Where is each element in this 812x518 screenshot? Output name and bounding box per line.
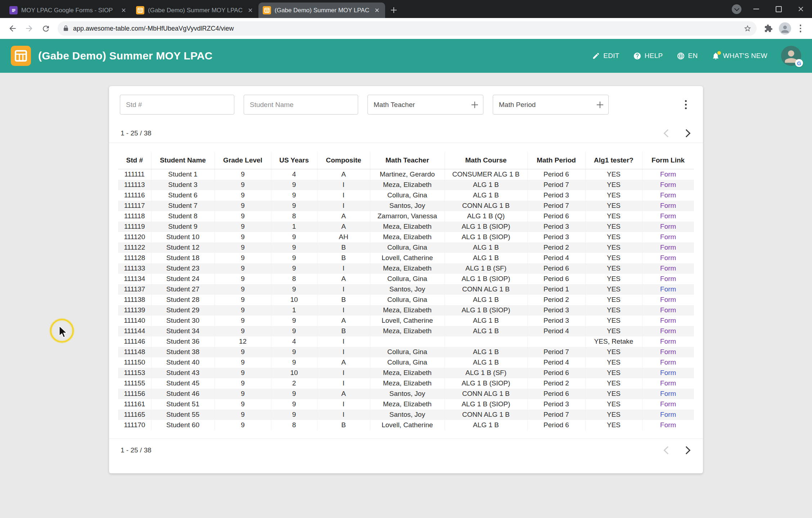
form-link[interactable]: Form — [660, 327, 676, 335]
cell-grade: 9 — [215, 357, 271, 368]
cell-composite: A — [317, 211, 370, 222]
cell-composite: B — [317, 420, 370, 430]
cell-name: Student 38 — [151, 347, 215, 357]
cell-name: Student 51 — [151, 399, 215, 410]
cell-std: 111138 — [118, 295, 151, 305]
help-button[interactable]: HELP — [633, 52, 663, 60]
tab-close-icon[interactable] — [373, 6, 381, 14]
form-link[interactable]: Form — [660, 411, 676, 418]
form-link[interactable]: Form — [660, 244, 676, 251]
browser-menu-icon[interactable] — [793, 21, 808, 36]
pagination-next-button[interactable] — [679, 126, 694, 140]
reload-button[interactable] — [37, 20, 54, 37]
form-link[interactable]: Form — [660, 285, 676, 293]
pagination-next-button[interactable] — [679, 443, 694, 457]
extensions-icon[interactable] — [760, 20, 777, 37]
tab-close-icon[interactable] — [119, 6, 127, 14]
form-link[interactable]: Form — [660, 338, 676, 345]
cell-grade: 9 — [215, 347, 271, 357]
student-name-input[interactable] — [244, 95, 358, 115]
cell-composite: B — [317, 295, 370, 305]
form-link[interactable]: Form — [660, 181, 676, 188]
pencil-icon — [592, 52, 600, 60]
form-link[interactable]: Form — [660, 275, 676, 282]
math-period-filter[interactable]: Math Period — [493, 95, 609, 115]
tab-close-icon[interactable] — [246, 6, 254, 14]
header-menu: EDIT HELP EN WHAT'S NEW G — [592, 46, 801, 66]
new-tab-button[interactable] — [387, 4, 401, 17]
card-menu-icon[interactable] — [679, 97, 692, 113]
cell-alg1: YES, Retake — [585, 336, 642, 347]
std-number-input[interactable] — [120, 95, 234, 115]
browser-tab-3-active[interactable]: (Gabe Demo) Summer MOY LPAC — [258, 3, 385, 18]
table-row: 111122Student 1299BCollura, GinaALG 1 BP… — [118, 242, 694, 253]
browser-profile-avatar[interactable] — [779, 22, 791, 35]
url-bar[interactable]: app.awesome-table.com/-MbHfUbeaVgVyvdlRZ… — [58, 21, 757, 36]
browser-tab-2[interactable]: (Gabe Demo) Summer MOY LPAC — [132, 3, 258, 18]
chevron-right-icon — [682, 129, 691, 138]
math-teacher-filter[interactable]: Math Teacher — [367, 95, 483, 115]
table-row: 111155Student 4592IMeza, ElizabethALG 1 … — [118, 378, 694, 389]
cell-name: Student 10 — [151, 232, 215, 242]
cell-alg1: YES — [585, 305, 642, 316]
cell-period: Period 6 — [527, 420, 585, 430]
column-header-course: Math Course — [445, 152, 527, 169]
cell-composite: B — [317, 326, 370, 336]
forward-button[interactable] — [21, 20, 37, 37]
cell-period — [527, 336, 585, 347]
tab-search-icon[interactable] — [732, 4, 741, 14]
pagination-prev-button[interactable] — [660, 443, 675, 457]
cell-alg1: YES — [585, 169, 642, 180]
cell-grade: 9 — [215, 232, 271, 242]
cell-us_years: 1 — [271, 305, 317, 316]
close-button[interactable] — [790, 0, 812, 18]
google-badge: G — [795, 59, 803, 67]
form-link[interactable]: Form — [660, 223, 676, 230]
form-link[interactable]: Form — [660, 379, 676, 387]
form-link[interactable]: Form — [660, 212, 676, 220]
form-link[interactable]: Form — [660, 358, 676, 366]
cell-teacher: Santos, Joy — [370, 201, 445, 211]
form-link[interactable]: Form — [660, 254, 676, 262]
cell-name: Student 29 — [151, 305, 215, 316]
cell-name: Student 45 — [151, 378, 215, 389]
bookmark-star-icon[interactable] — [744, 24, 752, 32]
language-label: EN — [688, 52, 698, 60]
cell-alg1: YES — [585, 357, 642, 368]
pagination-prev-button[interactable] — [660, 126, 675, 140]
cell-std: 111161 — [118, 399, 151, 410]
form-link[interactable]: Form — [660, 369, 676, 376]
form-link[interactable]: Form — [660, 170, 676, 178]
form-link[interactable]: Form — [660, 421, 676, 429]
maximize-button[interactable] — [767, 0, 790, 18]
minimize-button[interactable] — [745, 0, 767, 18]
cell-std: 111148 — [118, 347, 151, 357]
form-link[interactable]: Form — [660, 348, 676, 356]
form-link[interactable]: Form — [660, 191, 676, 199]
form-link[interactable]: Form — [660, 233, 676, 241]
cell-alg1: YES — [585, 410, 642, 420]
form-link[interactable]: Form — [660, 390, 676, 397]
form-link[interactable]: Form — [660, 306, 676, 314]
cell-name: Student 12 — [151, 242, 215, 253]
whats-new-button[interactable]: WHAT'S NEW — [712, 52, 767, 60]
account-avatar[interactable]: G — [781, 46, 801, 66]
cell-teacher: Meza, Elizabeth — [370, 399, 445, 410]
cell-composite: I — [317, 347, 370, 357]
form-link[interactable]: Form — [660, 317, 676, 324]
form-link[interactable]: Form — [660, 202, 676, 209]
cell-form: Form — [642, 347, 694, 357]
form-link[interactable]: Form — [660, 400, 676, 408]
language-button[interactable]: EN — [677, 52, 698, 60]
edit-button[interactable]: EDIT — [592, 52, 619, 60]
browser-tab-1[interactable]: MOY LPAC Google Forms - SIOP — [5, 3, 132, 18]
lock-icon — [63, 25, 69, 32]
back-button[interactable] — [4, 20, 21, 37]
cell-grade: 9 — [215, 389, 271, 399]
cell-period: Period 2 — [527, 295, 585, 305]
cell-name: Student 30 — [151, 316, 215, 326]
cell-period: Period 6 — [527, 263, 585, 274]
form-link[interactable]: Form — [660, 296, 676, 303]
form-link[interactable]: Form — [660, 264, 676, 272]
cell-period: Period 2 — [527, 242, 585, 253]
